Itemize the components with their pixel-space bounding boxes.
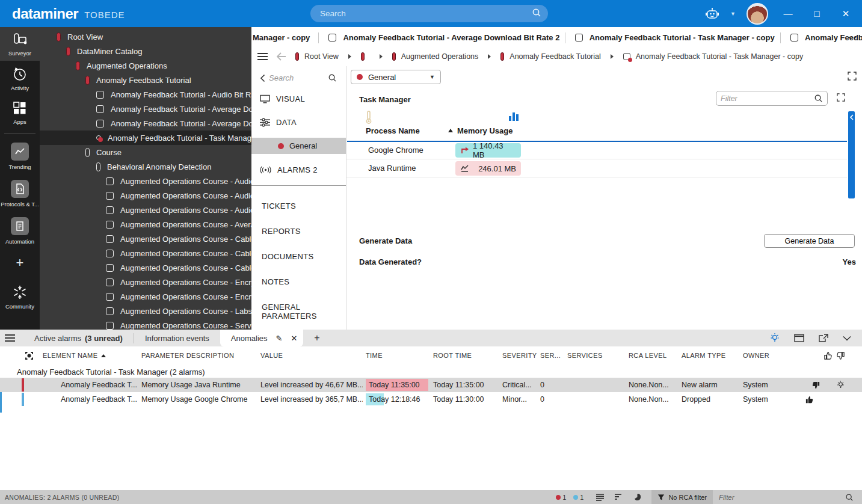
bar-chart-icon[interactable] bbox=[509, 112, 519, 121]
thumbs-down-filled-icon[interactable] bbox=[811, 381, 820, 390]
tree-item[interactable]: Augmented Operations Course - Audio bit bbox=[40, 174, 251, 188]
sort-filter-icon[interactable] bbox=[615, 494, 623, 501]
rail-item-surveyor[interactable]: Surveyor bbox=[0, 27, 40, 61]
tree-item-dataminer-catalog[interactable]: DataMiner Catalog bbox=[40, 44, 251, 58]
column-ser[interactable]: SER... bbox=[537, 352, 564, 359]
breadcrumb-separator-icon[interactable] bbox=[348, 54, 351, 59]
nav-item-documents[interactable]: DOCUMENTS bbox=[251, 252, 346, 261]
tree-item[interactable]: Augmented Operations Course - Encryptio bbox=[40, 275, 251, 289]
tree-item-anomaly-feedback-tutorial[interactable]: Anomaly Feedback Tutorial bbox=[40, 73, 251, 87]
nav-item-general-selected[interactable]: General bbox=[251, 138, 346, 154]
expand-table-icon[interactable] bbox=[837, 93, 845, 102]
tab-information-events[interactable]: Information events bbox=[134, 330, 220, 346]
assistant-bot-icon[interactable] bbox=[705, 7, 719, 20]
status-filter-input[interactable]: Filter bbox=[713, 490, 845, 504]
tree-item[interactable]: Augmented Operations Course - Cable Mo bbox=[40, 232, 251, 246]
breadcrumb-item[interactable]: Anomaly Feedback Tutorial bbox=[500, 52, 600, 61]
card-tab[interactable]: Anomaly Feedback Tutorial - Task Manager… bbox=[565, 29, 780, 46]
column-process-name[interactable]: Process Name bbox=[366, 126, 420, 135]
breadcrumb-separator-icon[interactable] bbox=[611, 54, 614, 59]
search-icon[interactable] bbox=[532, 8, 541, 17]
maximize-button[interactable]: □ bbox=[808, 8, 826, 19]
add-tab-button[interactable]: + bbox=[303, 330, 330, 346]
thermometer-icon[interactable] bbox=[365, 111, 372, 124]
nav-item-reports[interactable]: REPORTS bbox=[251, 227, 346, 236]
tree-item[interactable]: Anomaly Feedback Tutorial - Audio Bit Ra… bbox=[40, 87, 251, 102]
column-time[interactable]: TIME bbox=[363, 352, 430, 359]
fullscreen-icon[interactable] bbox=[848, 72, 857, 81]
rail-item-protocols[interactable]: Protocols & T... bbox=[0, 174, 40, 212]
generate-data-button[interactable]: Generate Data bbox=[764, 234, 855, 248]
tree-item[interactable]: Augmented Operations Course - Cable Mo bbox=[40, 260, 251, 275]
close-tab-icon[interactable]: ✕ bbox=[291, 334, 297, 343]
breadcrumb-item[interactable]: Root View bbox=[295, 52, 339, 61]
menu-icon[interactable] bbox=[5, 334, 15, 342]
tree-item[interactable]: Augmented Operations Course - Cable Mo bbox=[40, 246, 251, 260]
table-filter[interactable] bbox=[716, 91, 828, 106]
feedback-bulb-icon[interactable] bbox=[836, 380, 845, 390]
rail-item-automation[interactable]: Automation bbox=[0, 212, 40, 249]
column-memory-usage[interactable]: Memory Usage bbox=[457, 126, 513, 135]
memory-usage-cell[interactable]: 1 140.43 MB bbox=[455, 143, 521, 158]
list-view-icon[interactable] bbox=[596, 494, 604, 501]
element-selector-icon[interactable] bbox=[25, 351, 34, 360]
table-row-google-chrome[interactable]: Google Chrome 1 140.43 MB bbox=[346, 142, 847, 159]
edit-pencil-icon[interactable]: ✎ bbox=[276, 334, 283, 343]
filter-input[interactable] bbox=[721, 94, 805, 103]
menu-icon[interactable] bbox=[257, 53, 268, 60]
tree-item[interactable]: Augmented Operations Course - Average D bbox=[40, 217, 251, 232]
user-avatar[interactable] bbox=[747, 3, 768, 25]
tab-anomalies-active[interactable]: Anomalies ✎ ✕ bbox=[220, 330, 304, 346]
rail-item-community[interactable]: Community bbox=[0, 279, 40, 314]
collapse-chevron-icon[interactable] bbox=[260, 74, 265, 82]
tree-item-course[interactable]: Course bbox=[40, 145, 251, 159]
tree-item[interactable]: Augmented Operations Course - Audio bit bbox=[40, 188, 251, 203]
nav-item-data[interactable]: DATA bbox=[251, 114, 346, 130]
tree-item[interactable]: Augmented Operations Course - Labs Serv bbox=[40, 304, 251, 318]
thumbs-down-icon[interactable] bbox=[836, 351, 845, 360]
tab-active-alarms[interactable]: Active alarms (3 unread) bbox=[23, 330, 134, 346]
breadcrumb-item[interactable] bbox=[361, 52, 370, 61]
column-root-time[interactable]: ROOT TIME bbox=[430, 352, 499, 359]
tree-item[interactable]: Augmented Operations Course - Encryptio bbox=[40, 289, 251, 304]
column-element-name[interactable]: ELEMENT NAME bbox=[43, 352, 97, 359]
nav-search-input[interactable] bbox=[269, 73, 324, 82]
thumbs-up-icon[interactable] bbox=[824, 351, 833, 360]
breadcrumb-separator-icon[interactable] bbox=[488, 54, 491, 59]
column-alarm-type[interactable]: ALARM TYPE bbox=[679, 352, 740, 359]
nav-item-tickets[interactable]: TICKETS bbox=[251, 201, 346, 211]
table-row-java-runtime[interactable]: Java Runtime 246.01 MB bbox=[346, 160, 847, 177]
suggestion-bulb-icon[interactable] bbox=[770, 333, 780, 343]
column-services[interactable]: SERVICES bbox=[564, 352, 626, 359]
tree-item[interactable]: Augmented Operations Course - Audio bit bbox=[40, 203, 251, 217]
rail-item-trending[interactable]: Trending bbox=[0, 137, 40, 174]
minimize-button[interactable]: — bbox=[779, 8, 797, 19]
tree-item-behavioral-anomaly-detection[interactable]: Behavioral Anomaly Detection bbox=[40, 159, 251, 174]
column-value[interactable]: VALUE bbox=[257, 352, 363, 359]
sort-asc-icon[interactable] bbox=[101, 354, 106, 357]
card-tab[interactable]: Manager - copy bbox=[251, 29, 318, 46]
rail-item-apps[interactable]: Apps bbox=[0, 96, 40, 129]
nav-item-visual[interactable]: VISUAL bbox=[251, 91, 346, 106]
nav-item-general-parameters[interactable]: GENERAL PARAMETERS bbox=[251, 303, 346, 321]
breadcrumb-separator-icon[interactable] bbox=[380, 54, 383, 59]
search-icon[interactable] bbox=[328, 73, 337, 82]
pie-chart-icon[interactable] bbox=[633, 493, 641, 501]
rail-add-button[interactable]: + bbox=[16, 249, 24, 279]
close-button[interactable]: ✕ bbox=[837, 8, 855, 19]
column-owner[interactable]: OWNER bbox=[740, 352, 793, 359]
assistant-dropdown-caret[interactable]: ▼ bbox=[730, 11, 736, 17]
tree-item-augmented-operations[interactable]: Augmented Operations bbox=[40, 58, 251, 73]
tree-item[interactable]: Anomaly Feedback Tutorial - Average Down… bbox=[40, 102, 251, 116]
sort-asc-icon[interactable] bbox=[448, 129, 453, 132]
nav-item-alarms[interactable]: ALARMS 2 bbox=[251, 162, 346, 177]
page-selector-dropdown[interactable]: General ▼ bbox=[351, 70, 441, 84]
dock-panel-icon[interactable] bbox=[794, 334, 804, 342]
breadcrumb-item-current[interactable]: Anomaly Feedback Tutorial - Task Manager… bbox=[623, 52, 803, 61]
alarm-row-critical[interactable]: Anomaly Feedback T... Memory Usage Java … bbox=[0, 378, 862, 392]
breadcrumb-item[interactable]: Augmented Operations bbox=[392, 52, 479, 61]
tree-item-task-manager-selected[interactable]: Anomaly Feedback Tutorial - Task Manager bbox=[40, 131, 251, 145]
panel-scrollbar[interactable] bbox=[848, 111, 855, 198]
memory-usage-cell[interactable]: 246.01 MB bbox=[455, 161, 521, 176]
alarm-row-minor[interactable]: Anomaly Feedback T... Memory Usage Googl… bbox=[0, 392, 862, 407]
